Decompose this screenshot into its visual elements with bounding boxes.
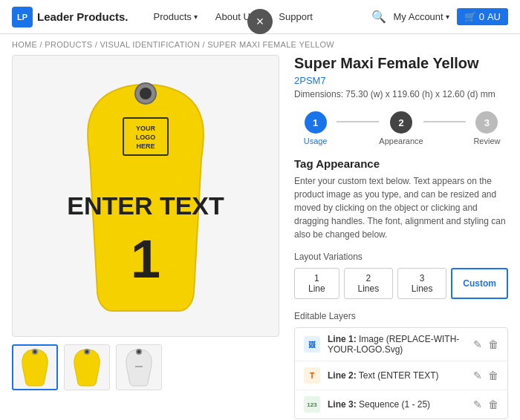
layer-3-name: Line 3: Sequence (1 - 25) <box>328 399 466 410</box>
layer-2-actions: ✎ 🗑 <box>473 370 498 381</box>
steps-indicator: 1 Usage 2 Appearance 3 Review <box>294 111 508 145</box>
svg-point-9 <box>33 350 36 353</box>
product-title: Super Maxi Female Yellow <box>294 55 508 72</box>
svg-point-13 <box>137 350 140 353</box>
layer-item-1: 🖼 Line 1: Image (REPLACE-WITH-YOUR-LOGO.… <box>295 328 507 361</box>
step-2-label: Appearance <box>379 137 423 145</box>
step-review[interactable]: 3 Review <box>466 111 508 145</box>
search-icon[interactable]: 🔍 <box>371 10 386 24</box>
logo[interactable]: LP Leader Products. <box>12 7 129 27</box>
layer-2-edit-icon[interactable]: ✎ <box>473 370 482 381</box>
layout-custom-button[interactable]: Custom <box>451 268 508 299</box>
thumb-ear-tag-1 <box>20 348 50 387</box>
nav-support[interactable]: Support <box>271 8 320 25</box>
product-main-image: YOUR LOGO HERE ENTER TEXT 1 <box>12 55 279 337</box>
navigation: LP Leader Products. Products ▾ About Us … <box>0 0 520 34</box>
breadcrumb-current: SUPER MAXI FEMALE YELLOW <box>207 40 334 49</box>
step-usage[interactable]: 1 Usage <box>294 111 337 145</box>
layer-1-actions: ✎ 🗑 <box>473 338 498 350</box>
svg-text:LOGO: LOGO <box>136 134 156 141</box>
chevron-down-icon: ▾ <box>446 13 449 21</box>
nav-products[interactable]: Products ▾ <box>146 8 205 25</box>
layer-1-delete-icon[interactable]: 🗑 <box>488 338 498 350</box>
ear-tag-image: YOUR LOGO HERE ENTER TEXT 1 <box>64 77 227 315</box>
step-appearance[interactable]: 2 Appearance <box>379 111 423 145</box>
layer-3-actions: ✎ 🗑 <box>473 398 498 410</box>
layer-2-delete-icon[interactable]: 🗑 <box>488 370 498 381</box>
layout-buttons: 1 Line 2 Lines 3 Lines Custom <box>294 268 508 299</box>
thumbnail-2[interactable] <box>64 344 110 390</box>
cart-icon: 🛒 <box>464 11 476 22</box>
svg-text:1: 1 <box>131 229 160 289</box>
close-button[interactable]: × <box>247 9 273 34</box>
thumb-ear-tag-2 <box>72 348 102 387</box>
breadcrumb-home[interactable]: HOME <box>12 40 37 49</box>
layer-1-name: Line 1: Image (REPLACE-WITH-YOUR-LOGO.Sv… <box>328 334 466 355</box>
tag-appearance-desc: Enter your custom text below. Text appea… <box>294 174 508 241</box>
breadcrumb-visual-id[interactable]: VISUAL IDENTIFICATION <box>100 40 200 49</box>
cart-button[interactable]: 🛒 0 AU <box>457 8 508 25</box>
svg-point-1 <box>140 88 152 99</box>
thumbnail-1[interactable] <box>12 344 58 390</box>
layer-1-icon: 🖼 <box>304 336 320 352</box>
product-dimensions: Dimensions: 75.30 (w) x 119.60 (h) x 12.… <box>294 89 508 99</box>
chevron-down-icon: ▾ <box>194 13 198 21</box>
step-connector-2 <box>423 121 466 122</box>
layout-2-lines-button[interactable]: 2 Lines <box>344 268 393 299</box>
layer-3-icon: 123 <box>304 396 320 413</box>
svg-text:HERE: HERE <box>136 142 155 150</box>
editable-layers-label: Editable Layers <box>294 311 508 321</box>
layer-1-edit-icon[interactable]: ✎ <box>473 338 482 350</box>
my-account-button[interactable]: My Account ▾ <box>394 11 449 22</box>
layout-1-line-button[interactable]: 1 Line <box>294 268 339 299</box>
layout-3-lines-button[interactable]: 3 Lines <box>397 268 446 299</box>
step-2-circle: 2 <box>390 111 412 134</box>
svg-text:YOUR: YOUR <box>136 125 156 132</box>
layer-2-icon: T <box>304 367 320 384</box>
logo-text: Leader Products. <box>37 10 129 23</box>
svg-text:ENTER TEXT: ENTER TEXT <box>67 191 224 220</box>
layout-variations-label: Layout Variations <box>294 252 508 262</box>
product-sku: 2PSM7 <box>294 75 508 86</box>
layer-3-edit-icon[interactable]: ✎ <box>473 398 482 410</box>
editable-layers-list: 🖼 Line 1: Image (REPLACE-WITH-YOUR-LOGO.… <box>294 327 508 419</box>
layer-item-2: T Line 2: Text (ENTER TEXT) ✎ 🗑 <box>295 361 507 390</box>
layer-item-3: 123 Line 3: Sequence (1 - 25) ✎ 🗑 <box>295 390 507 419</box>
thumb-ear-tag-3 <box>124 348 154 387</box>
main-content: YOUR LOGO HERE ENTER TEXT 1 <box>0 55 520 420</box>
layer-3-delete-icon[interactable]: 🗑 <box>488 398 498 410</box>
thumbnail-3[interactable] <box>116 344 162 390</box>
step-3-circle: 3 <box>475 111 498 134</box>
layer-2-name: Line 2: Text (ENTER TEXT) <box>328 370 466 381</box>
step-1-label: Usage <box>304 137 328 145</box>
tag-appearance-title: Tag Appearance <box>294 157 508 170</box>
step-3-label: Review <box>473 137 500 145</box>
step-connector-1 <box>337 121 379 122</box>
logo-icon: LP <box>12 7 33 27</box>
svg-point-11 <box>85 350 88 353</box>
thumbnails <box>12 344 279 390</box>
breadcrumb: HOME / PRODUCTS / VISUAL IDENTIFICATION … <box>0 34 520 55</box>
product-image-area: YOUR LOGO HERE ENTER TEXT 1 <box>12 55 279 420</box>
product-details: Super Maxi Female Yellow 2PSM7 Dimension… <box>294 55 508 420</box>
breadcrumb-products[interactable]: PRODUCTS <box>45 40 92 49</box>
step-1-circle: 1 <box>305 111 327 134</box>
nav-right: 🔍 My Account ▾ 🛒 0 AU <box>371 8 509 25</box>
